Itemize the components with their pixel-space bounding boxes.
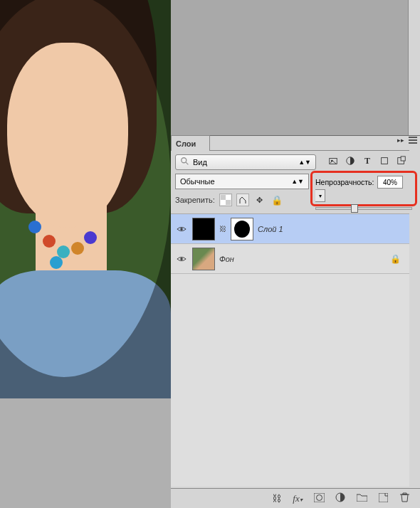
layer-type-filter-icons: T — [327, 155, 407, 166]
opacity-slider-thumb[interactable] — [351, 204, 358, 213]
layer-thumbnail[interactable] — [192, 248, 215, 270]
collapse-icon[interactable]: ▸▸ — [397, 137, 404, 144]
filter-label: Вид — [193, 158, 207, 166]
layer-row[interactable]: Фон 🔒 — [171, 244, 409, 274]
layers-bottom-toolbar: ⛓ fx▾ — [171, 488, 420, 508]
svg-rect-11 — [221, 200, 226, 205]
layer-name[interactable]: Слой 1 — [258, 225, 283, 233]
new-adjustment-icon[interactable] — [335, 492, 346, 504]
lock-image-icon[interactable] — [236, 194, 249, 206]
visibility-toggle-icon[interactable] — [175, 223, 188, 236]
opacity-slider[interactable] — [315, 207, 412, 210]
panel-tab-layers[interactable]: Слои — [171, 135, 210, 151]
canvas-area[interactable] — [0, 0, 171, 508]
filter-shape-icon[interactable] — [379, 155, 390, 166]
blend-mode-value: Обычные — [180, 177, 215, 186]
fx-icon[interactable]: fx▾ — [292, 493, 303, 504]
lock-all-icon[interactable]: 🔒 — [271, 194, 283, 206]
svg-rect-9 — [226, 200, 231, 205]
opacity-label: Непрозрачность: — [315, 178, 374, 186]
new-layer-icon[interactable] — [377, 493, 389, 504]
svg-rect-17 — [379, 493, 388, 502]
image-viewport[interactable] — [0, 0, 171, 398]
layer-row[interactable]: ⛓ Слой 1 — [171, 214, 409, 244]
svg-rect-14 — [314, 493, 325, 502]
lock-transparency-icon[interactable] — [219, 194, 232, 206]
mask-link-icon[interactable]: ⛓ — [219, 225, 226, 233]
svg-point-12 — [180, 228, 183, 231]
filter-pixel-icon[interactable] — [327, 155, 339, 166]
svg-point-0 — [182, 158, 187, 163]
delete-layer-icon[interactable] — [399, 492, 410, 504]
filter-adjustment-icon[interactable] — [345, 155, 356, 166]
lock-label: Закрепить: — [175, 196, 215, 204]
svg-rect-7 — [401, 157, 405, 161]
svg-point-13 — [180, 258, 183, 260]
lock-position-icon[interactable]: ✥ — [253, 194, 266, 206]
link-layers-icon[interactable]: ⛓ — [271, 493, 282, 504]
add-mask-icon[interactable] — [313, 493, 325, 504]
layer-name[interactable]: Фон — [219, 255, 234, 263]
filter-type-icon[interactable]: T — [362, 155, 373, 166]
visibility-toggle-icon[interactable] — [175, 253, 188, 265]
blend-mode-dropdown[interactable]: Обычные ▲▼ — [175, 174, 309, 189]
layer-filter-dropdown[interactable]: Вид ▲▼ — [175, 154, 316, 170]
chevron-updown-icon: ▲▼ — [291, 178, 304, 185]
new-group-icon[interactable] — [356, 493, 367, 504]
svg-rect-8 — [221, 195, 226, 200]
layer-thumbnail[interactable] — [192, 218, 215, 240]
lock-row: Закрепить: ✥ 🔒 — [175, 194, 283, 206]
opacity-input[interactable]: 40% — [377, 176, 403, 189]
layers-list: ⛓ Слой 1 Фон 🔒 — [171, 213, 409, 487]
panel-menu-icon[interactable] — [409, 137, 417, 144]
chevron-updown-icon: ▲▼ — [298, 159, 311, 166]
svg-rect-10 — [226, 195, 231, 200]
opacity-dropdown-icon[interactable]: ▾ — [315, 189, 325, 202]
search-icon — [180, 157, 190, 168]
filter-smartobject-icon[interactable] — [396, 155, 407, 166]
svg-rect-5 — [382, 158, 388, 164]
svg-line-1 — [186, 162, 189, 165]
svg-point-15 — [316, 494, 322, 500]
lock-indicator-icon: 🔒 — [390, 254, 401, 264]
photo-content — [0, 0, 171, 398]
opacity-control-highlighted: Непрозрачность: 40%▾ — [310, 171, 417, 206]
layer-mask-thumbnail[interactable] — [231, 218, 253, 240]
